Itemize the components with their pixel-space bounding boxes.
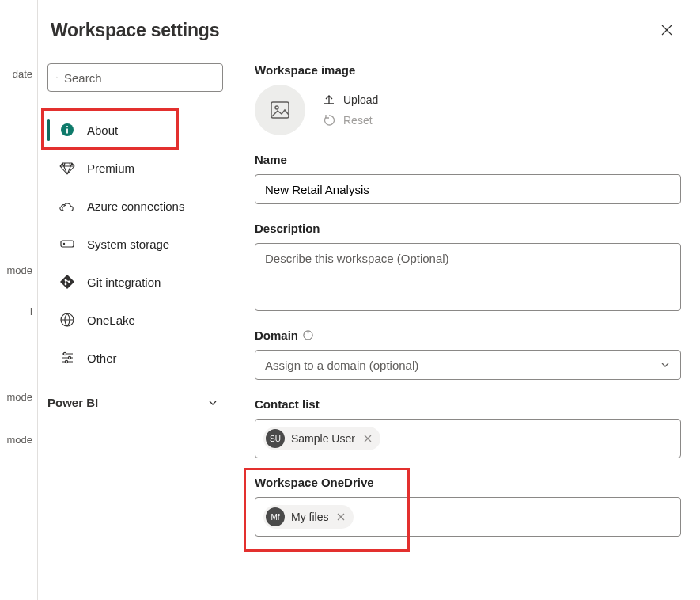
page-title: Workspace settings xyxy=(51,20,219,41)
svg-point-0 xyxy=(56,77,57,78)
domain-block: Domain Assign to a domain (optional) xyxy=(255,328,681,380)
select-placeholder: Assign to a domain (optional) xyxy=(265,359,418,372)
field-label: Workspace OneDrive xyxy=(255,476,681,489)
svg-rect-2 xyxy=(66,129,68,134)
nav-list: About Premium Azure connections xyxy=(47,111,223,377)
description-input[interactable] xyxy=(255,243,681,311)
svg-point-17 xyxy=(308,332,309,334)
onedrive-chip: Mf My files xyxy=(263,505,354,529)
search-icon xyxy=(56,71,58,84)
svg-point-11 xyxy=(68,356,70,359)
name-block: Name xyxy=(255,153,681,204)
git-icon xyxy=(59,273,76,291)
info-icon[interactable] xyxy=(303,330,313,340)
nav-item-system-storage[interactable]: System storage xyxy=(47,225,223,263)
cloud-icon xyxy=(59,197,76,215)
reset-icon xyxy=(323,114,335,127)
nav-item-label: System storage xyxy=(87,237,169,251)
storage-icon xyxy=(59,235,76,253)
close-icon xyxy=(337,513,345,521)
remove-chip-button[interactable] xyxy=(335,511,347,523)
nav-item-label: OneLake xyxy=(87,313,135,327)
nav-item-label: Other xyxy=(87,351,117,365)
domain-select[interactable]: Assign to a domain (optional) xyxy=(255,350,681,380)
svg-point-12 xyxy=(65,360,67,363)
chip-label: Sample User xyxy=(291,432,355,445)
svg-rect-13 xyxy=(271,102,289,118)
svg-point-5 xyxy=(63,243,65,245)
nav-item-azure[interactable]: Azure connections xyxy=(47,187,223,225)
field-label: Workspace image xyxy=(255,63,681,77)
search-input[interactable] xyxy=(47,63,223,92)
close-icon xyxy=(364,435,372,442)
avatar: SU xyxy=(266,429,285,448)
nav-item-label: About xyxy=(87,123,118,137)
svg-rect-16 xyxy=(308,335,308,338)
field-label: Contact list xyxy=(255,397,681,411)
nav-item-label: Premium xyxy=(87,161,134,175)
contact-chip: SU Sample User xyxy=(263,427,380,450)
workspace-onedrive-block: Workspace OneDrive Mf My files xyxy=(255,476,681,537)
bg-text: l xyxy=(0,306,36,317)
workspace-image-placeholder xyxy=(255,85,305,135)
avatar: Mf xyxy=(266,507,285,526)
description-block: Description xyxy=(255,222,681,311)
svg-point-3 xyxy=(66,126,68,127)
name-input[interactable] xyxy=(255,174,681,204)
chip-label: My files xyxy=(291,511,328,523)
info-icon xyxy=(59,121,76,139)
nav-item-label: Azure connections xyxy=(87,199,184,213)
search-field[interactable] xyxy=(64,71,214,85)
field-label: Name xyxy=(255,153,681,166)
bg-text: mode xyxy=(0,434,36,446)
reset-label: Reset xyxy=(343,114,373,127)
workspace-settings-panel: Workspace settings About xyxy=(38,0,700,600)
field-label: Description xyxy=(255,222,681,235)
workspace-image-block: Workspace image Upload Reset xyxy=(255,63,681,135)
close-icon xyxy=(660,24,673,36)
sidebar-group-powerbi[interactable]: Power BI xyxy=(47,388,223,417)
contact-list-block: Contact list SU Sample User xyxy=(255,397,681,458)
settings-sidebar: About Premium Azure connections xyxy=(47,63,223,537)
field-label: Domain xyxy=(255,328,298,342)
nav-item-other[interactable]: Other xyxy=(47,339,223,377)
about-form: Workspace image Upload Reset xyxy=(255,63,681,537)
image-icon xyxy=(269,99,291,121)
nav-item-onelake[interactable]: OneLake xyxy=(47,301,223,339)
diamond-icon xyxy=(59,159,76,177)
remove-chip-button[interactable] xyxy=(361,432,374,445)
nav-item-label: Git integration xyxy=(87,275,161,289)
reset-button: Reset xyxy=(323,114,378,127)
upload-button[interactable]: Upload xyxy=(323,93,378,106)
chevron-down-icon xyxy=(207,397,218,408)
bg-text: mode xyxy=(0,391,36,403)
background-app: date mode l mode mode xyxy=(0,0,38,600)
nav-item-about[interactable]: About xyxy=(47,111,223,149)
close-button[interactable] xyxy=(656,19,678,41)
globe-icon xyxy=(59,311,76,328)
contact-list-input[interactable]: SU Sample User xyxy=(255,419,681,458)
sliders-icon xyxy=(59,349,76,366)
upload-label: Upload xyxy=(343,93,378,106)
svg-rect-4 xyxy=(61,241,74,247)
svg-point-14 xyxy=(275,106,278,109)
bg-text: mode xyxy=(0,264,36,276)
bg-text: date xyxy=(0,68,36,80)
chevron-down-icon xyxy=(660,359,671,370)
svg-point-10 xyxy=(63,352,66,355)
nav-item-premium[interactable]: Premium xyxy=(47,149,223,187)
upload-icon xyxy=(323,93,335,106)
nav-item-git-integration[interactable]: Git integration xyxy=(47,263,223,301)
group-label: Power BI xyxy=(47,396,98,409)
onedrive-input[interactable]: Mf My files xyxy=(255,497,681,537)
